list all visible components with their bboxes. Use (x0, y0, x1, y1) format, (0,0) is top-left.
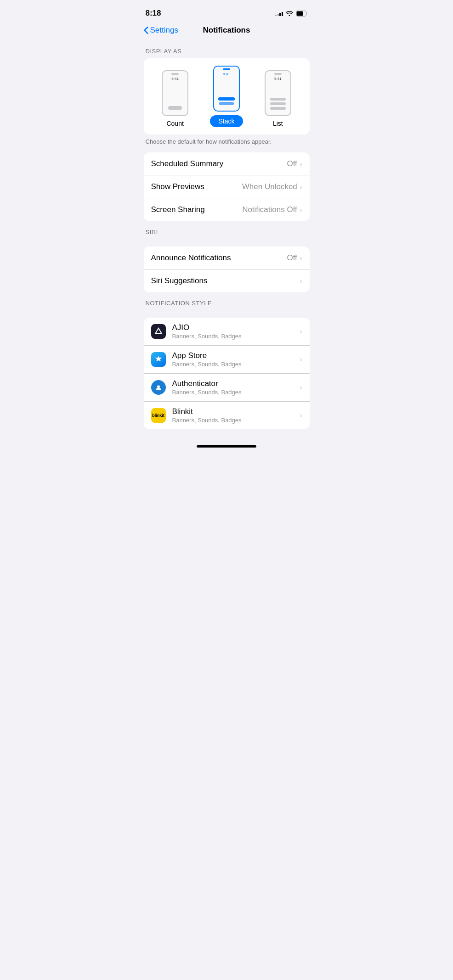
blinkit-app-info: Blinkit Banners, Sounds, Badges (172, 407, 300, 424)
svg-point-4 (157, 386, 160, 388)
screen-sharing-value-group: Notifications Off › (242, 205, 302, 214)
show-previews-title: Show Previews (151, 182, 204, 191)
app-row-blinkit[interactable]: blinkit Blinkit Banners, Sounds, Badges … (144, 402, 310, 429)
count-label: Count (166, 120, 183, 127)
appstore-app-icon: A (151, 352, 166, 367)
appstore-icon-svg: A (154, 355, 163, 364)
appstore-app-info: App Store Banners, Sounds, Badges (172, 351, 300, 368)
announce-notifications-row[interactable]: Announce Notifications Off › (144, 246, 310, 269)
display-as-card: 9:41 Count 9:41 Stack 9:41 List (144, 58, 310, 134)
wifi-icon (286, 11, 293, 16)
blinkit-chevron: › (300, 412, 302, 419)
scheduled-summary-chevron: › (300, 160, 302, 168)
count-phone-mockup: 9:41 (162, 70, 188, 116)
stack-content (218, 97, 235, 105)
list-phone-mockup: 9:41 (265, 70, 291, 116)
display-hint: Choose the default for how notifications… (136, 134, 317, 145)
ajio-app-info: AJIO Banners, Sounds, Badges (172, 323, 300, 340)
authenticator-chevron: › (300, 384, 302, 391)
siri-suggestions-row[interactable]: Siri Suggestions › (144, 269, 310, 292)
stack-notch (223, 68, 230, 70)
app-row-authenticator[interactable]: Authenticator Banners, Sounds, Badges › (144, 374, 310, 402)
appstore-chevron: › (300, 356, 302, 363)
stack-bar-2 (219, 102, 234, 105)
authenticator-icon-svg (154, 383, 163, 392)
app-row-ajio[interactable]: AJIO Banners, Sounds, Badges › (144, 318, 310, 346)
status-bar: 8:18 (136, 0, 317, 22)
stack-time: 9:41 (214, 72, 239, 76)
list-label: List (273, 120, 283, 127)
list-content (270, 98, 286, 110)
scheduled-summary-title: Scheduled Summary (151, 159, 224, 168)
authenticator-app-info: Authenticator Banners, Sounds, Badges (172, 379, 300, 396)
show-previews-row[interactable]: Show Previews When Unlocked › (144, 175, 310, 198)
appstore-app-subtitle: Banners, Sounds, Badges (172, 361, 300, 368)
svg-marker-2 (155, 328, 162, 334)
list-bar-1 (270, 98, 286, 101)
announce-notifications-value-group: Off › (287, 253, 302, 263)
status-time: 8:18 (146, 9, 161, 18)
stack-phone-mockup: 9:41 (213, 66, 240, 112)
list-bar-3 (270, 107, 286, 110)
display-as-section-label: DISPLAY AS (136, 40, 317, 58)
ajio-icon-svg (154, 327, 163, 336)
list-notch (274, 73, 282, 75)
count-content (168, 106, 182, 110)
scheduled-summary-row[interactable]: Scheduled Summary Off › (144, 152, 310, 175)
list-bar-2 (270, 102, 286, 105)
siri-section-label: SIRI (136, 221, 317, 239)
siri-settings-group: Announce Notifications Off › Siri Sugges… (144, 246, 310, 292)
stack-badge: Stack (210, 115, 243, 127)
stack-bar-1 (218, 97, 235, 101)
count-notch (171, 73, 179, 75)
app-row-appstore[interactable]: A App Store Banners, Sounds, Badges › (144, 346, 310, 374)
svg-rect-1 (296, 11, 303, 16)
ajio-app-name: AJIO (172, 323, 300, 332)
authenticator-app-subtitle: Banners, Sounds, Badges (172, 389, 300, 396)
back-label: Settings (150, 26, 178, 35)
blinkit-app-subtitle: Banners, Sounds, Badges (172, 417, 300, 424)
notification-style-section-label: NOTIFICATION STYLE (136, 292, 317, 310)
siri-suggestions-chevron: › (300, 277, 302, 285)
show-previews-value-group: When Unlocked › (242, 182, 302, 191)
notification-style-group: AJIO Banners, Sounds, Badges › A App Sto… (144, 318, 310, 429)
back-chevron-icon (144, 27, 148, 34)
nav-bar: Settings Notifications (136, 22, 317, 40)
screen-sharing-chevron: › (300, 206, 302, 213)
siri-suggestions-value-group: › (300, 277, 302, 285)
authenticator-app-icon (151, 380, 166, 395)
home-indicator (197, 445, 256, 448)
svg-text:A: A (157, 357, 160, 362)
ajio-app-subtitle: Banners, Sounds, Badges (172, 333, 300, 340)
display-option-list[interactable]: 9:41 List (265, 70, 291, 127)
screen-sharing-value: Notifications Off (242, 205, 297, 214)
main-settings-group: Scheduled Summary Off › Show Previews Wh… (144, 152, 310, 221)
display-option-count[interactable]: 9:41 Count (162, 70, 188, 127)
count-time: 9:41 (163, 77, 187, 81)
scheduled-summary-value-group: Off › (287, 159, 302, 168)
screen-sharing-row[interactable]: Screen Sharing Notifications Off › (144, 198, 310, 221)
ajio-chevron: › (300, 328, 302, 335)
page-title: Notifications (203, 26, 250, 35)
blinkit-app-icon: blinkit (151, 408, 166, 423)
announce-notifications-title: Announce Notifications (151, 253, 231, 263)
ajio-app-icon (151, 324, 166, 339)
blinkit-icon-text: blinkit (152, 413, 164, 418)
screen-sharing-title: Screen Sharing (151, 205, 205, 214)
announce-notifications-value: Off (287, 253, 297, 263)
display-option-stack[interactable]: 9:41 Stack (210, 66, 243, 127)
signal-icon (275, 11, 283, 16)
battery-icon (296, 11, 308, 17)
list-time: 9:41 (266, 77, 290, 81)
announce-notifications-chevron: › (300, 254, 302, 262)
siri-suggestions-title: Siri Suggestions (151, 276, 208, 286)
scheduled-summary-value: Off (287, 159, 297, 168)
appstore-app-name: App Store (172, 351, 300, 360)
authenticator-app-name: Authenticator (172, 379, 300, 388)
blinkit-app-name: Blinkit (172, 407, 300, 416)
show-previews-chevron: › (300, 183, 302, 190)
status-icons (275, 11, 308, 17)
show-previews-value: When Unlocked (242, 182, 297, 191)
back-button[interactable]: Settings (144, 26, 178, 35)
